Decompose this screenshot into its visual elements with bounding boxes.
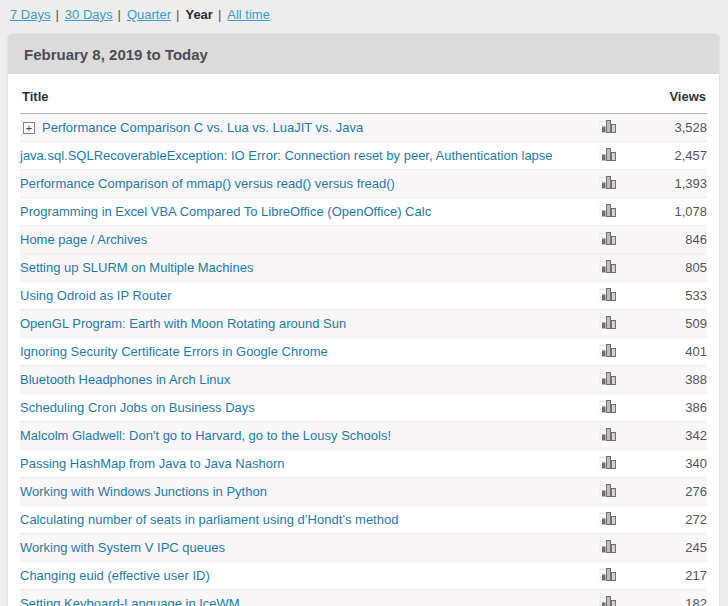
- row-title-link[interactable]: Home page / Archives: [20, 232, 147, 247]
- row-title-link[interactable]: Scheduling Cron Jobs on Business Days: [20, 400, 255, 415]
- table-row: Scheduling Cron Jobs on Business Days 38…: [20, 394, 707, 422]
- bar-chart-icon[interactable]: [599, 510, 616, 528]
- report-panel: February 8, 2019 to Today Title Views +P…: [8, 34, 719, 606]
- bar-chart-icon[interactable]: [599, 398, 616, 416]
- row-title-link[interactable]: Bluetooth Headphones in Arch Linux: [20, 372, 230, 387]
- table-row: Home page / Archives 846: [20, 226, 707, 254]
- row-title-link[interactable]: Working with Windows Junctions in Python: [20, 484, 267, 499]
- report-body: Title Views +Performance Comparison C vs…: [8, 74, 719, 606]
- row-title-link[interactable]: Malcolm Gladwell: Don't go to Harvard, g…: [20, 428, 391, 443]
- row-title-link[interactable]: Changing euid (effective user ID): [20, 568, 210, 583]
- table-row: Working with Windows Junctions in Python…: [20, 478, 707, 506]
- nav-separator: |: [218, 7, 221, 22]
- table-row: Bluetooth Headphones in Arch Linux 388: [20, 366, 707, 394]
- row-views: 245: [627, 534, 707, 562]
- bar-chart-icon[interactable]: [599, 370, 616, 388]
- period-7-days[interactable]: 7 Days: [10, 7, 50, 22]
- row-title-link[interactable]: Working with System V IPC queues: [20, 540, 225, 555]
- bar-chart-icon[interactable]: [599, 538, 616, 556]
- bar-chart-icon[interactable]: [599, 146, 616, 164]
- nav-separator: |: [118, 7, 121, 22]
- row-views: 805: [627, 254, 707, 282]
- row-title-link[interactable]: Calculating number of seats in parliamen…: [20, 512, 398, 527]
- row-title-link[interactable]: Programming in Excel VBA Compared To Lib…: [20, 204, 431, 219]
- row-title-link[interactable]: Passing HashMap from Java to Java Nashor…: [20, 456, 284, 471]
- table-row: Ignoring Security Certificate Errors in …: [20, 338, 707, 366]
- bar-chart-icon[interactable]: [599, 566, 616, 584]
- bar-chart-icon[interactable]: [599, 426, 616, 444]
- column-header-chart: [587, 74, 627, 114]
- table-row: Working with System V IPC queues 245: [20, 534, 707, 562]
- row-views: 276: [627, 478, 707, 506]
- table-row: +Performance Comparison C vs. Lua vs. Lu…: [20, 114, 707, 142]
- row-title-link[interactable]: Ignoring Security Certificate Errors in …: [20, 344, 328, 359]
- row-views: 846: [627, 226, 707, 254]
- row-views: 1,393: [627, 170, 707, 198]
- period-quarter[interactable]: Quarter: [127, 7, 171, 22]
- table-row: Calculating number of seats in parliamen…: [20, 506, 707, 534]
- period-year-current: Year: [185, 7, 212, 22]
- bar-chart-icon[interactable]: [599, 454, 616, 472]
- bar-chart-icon[interactable]: [599, 314, 616, 332]
- table-row: Setting Keyboard-Language in IceWM 182: [20, 590, 707, 606]
- row-views: 1,078: [627, 198, 707, 226]
- row-views: 509: [627, 310, 707, 338]
- table-row: Using Odroid as IP Router 533: [20, 282, 707, 310]
- table-row: Setting up SLURM on Multiple Machines 80…: [20, 254, 707, 282]
- row-views: 182: [627, 590, 707, 606]
- row-title-link[interactable]: Setting up SLURM on Multiple Machines: [20, 260, 253, 275]
- nav-separator: |: [176, 7, 179, 22]
- row-views: 272: [627, 506, 707, 534]
- row-views: 2,457: [627, 142, 707, 170]
- bar-chart-icon[interactable]: [599, 482, 616, 500]
- table-row: java.sql.SQLRecoverableException: IO Err…: [20, 142, 707, 170]
- bar-chart-icon[interactable]: [599, 286, 616, 304]
- row-views: 217: [627, 562, 707, 590]
- table-row: Programming in Excel VBA Compared To Lib…: [20, 198, 707, 226]
- bar-chart-icon[interactable]: [599, 258, 616, 276]
- row-title-link[interactable]: Setting Keyboard-Language in IceWM: [20, 596, 240, 606]
- nav-separator: |: [55, 7, 58, 22]
- date-range-title: February 8, 2019 to Today: [8, 34, 719, 74]
- column-header-title: Title: [20, 74, 587, 114]
- row-title-link[interactable]: OpenGL Program: Earth with Moon Rotating…: [20, 316, 346, 331]
- row-views: 342: [627, 422, 707, 450]
- table-body: +Performance Comparison C vs. Lua vs. Lu…: [20, 114, 707, 606]
- table-row: OpenGL Program: Earth with Moon Rotating…: [20, 310, 707, 338]
- table-row: Malcolm Gladwell: Don't go to Harvard, g…: [20, 422, 707, 450]
- bar-chart-icon[interactable]: [599, 118, 616, 136]
- table-row: Changing euid (effective user ID) 217: [20, 562, 707, 590]
- row-views: 340: [627, 450, 707, 478]
- row-views: 388: [627, 366, 707, 394]
- row-views: 3,528: [627, 114, 707, 142]
- row-title-link[interactable]: Performance Comparison of mmap() versus …: [20, 176, 395, 191]
- page-titles-table: Title Views +Performance Comparison C vs…: [20, 74, 707, 606]
- row-views: 533: [627, 282, 707, 310]
- period-nav: 7 Days|30 Days|Quarter|Year|All time: [0, 0, 728, 34]
- bar-chart-icon[interactable]: [599, 594, 616, 606]
- bar-chart-icon[interactable]: [599, 342, 616, 360]
- row-title-link[interactable]: java.sql.SQLRecoverableException: IO Err…: [20, 148, 553, 163]
- row-views: 386: [627, 394, 707, 422]
- bar-chart-icon[interactable]: [599, 202, 616, 220]
- table-row: Performance Comparison of mmap() versus …: [20, 170, 707, 198]
- bar-chart-icon[interactable]: [599, 230, 616, 248]
- table-row: Passing HashMap from Java to Java Nashor…: [20, 450, 707, 478]
- column-header-views[interactable]: Views: [627, 74, 707, 114]
- row-title-link[interactable]: Using Odroid as IP Router: [20, 288, 172, 303]
- period-all-time[interactable]: All time: [227, 7, 270, 22]
- period-30-days[interactable]: 30 Days: [65, 7, 113, 22]
- expand-plus-icon[interactable]: +: [23, 122, 35, 134]
- row-views: 401: [627, 338, 707, 366]
- bar-chart-icon[interactable]: [599, 174, 616, 192]
- row-title-link[interactable]: Performance Comparison C vs. Lua vs. Lua…: [42, 120, 363, 135]
